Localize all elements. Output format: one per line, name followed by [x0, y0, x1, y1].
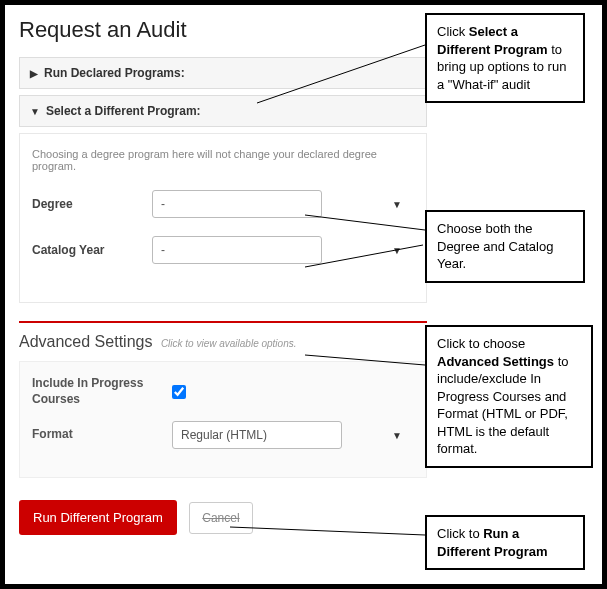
page-title: Request an Audit: [19, 17, 427, 43]
cancel-button[interactable]: Cancel: [189, 502, 252, 534]
include-progress-label: Include In Progress Courses: [32, 376, 172, 407]
advanced-title: Advanced Settings: [19, 333, 152, 350]
triangle-down-icon: ▼: [30, 106, 40, 117]
callout-degree-catalog: Choose both the Degree and Catalog Year.: [425, 210, 585, 283]
accordion-select-different[interactable]: ▼ Select a Different Program:: [19, 95, 427, 127]
different-program-panel: Choosing a degree program here will not …: [19, 133, 427, 303]
chevron-down-icon: ▼: [392, 430, 402, 441]
format-label: Format: [32, 427, 172, 443]
format-select[interactable]: Regular (HTML): [172, 421, 342, 449]
chevron-down-icon: ▼: [392, 199, 402, 210]
include-progress-checkbox[interactable]: [172, 385, 186, 399]
triangle-right-icon: ▶: [30, 68, 38, 79]
accordion-label: Select a Different Program:: [46, 104, 201, 118]
advanced-subtitle: Click to view available options.: [161, 338, 297, 349]
divider: [19, 321, 427, 323]
panel-hint: Choosing a degree program here will not …: [32, 148, 414, 172]
callout-select-different: Click Select a Different Program to brin…: [425, 13, 585, 103]
accordion-label: Run Declared Programs:: [44, 66, 185, 80]
chevron-down-icon: ▼: [392, 245, 402, 256]
catalog-year-label: Catalog Year: [32, 243, 152, 257]
callout-run: Click to Run a Different Program: [425, 515, 585, 570]
advanced-panel: Include In Progress Courses Format Regul…: [19, 361, 427, 478]
advanced-settings-header[interactable]: Advanced Settings Click to view availabl…: [19, 333, 427, 351]
catalog-year-select[interactable]: -: [152, 236, 322, 264]
callout-advanced: Click to choose Advanced Settings to inc…: [425, 325, 593, 468]
run-different-program-button[interactable]: Run Different Program: [19, 500, 177, 535]
accordion-run-declared[interactable]: ▶ Run Declared Programs:: [19, 57, 427, 89]
degree-label: Degree: [32, 197, 152, 211]
degree-select[interactable]: -: [152, 190, 322, 218]
